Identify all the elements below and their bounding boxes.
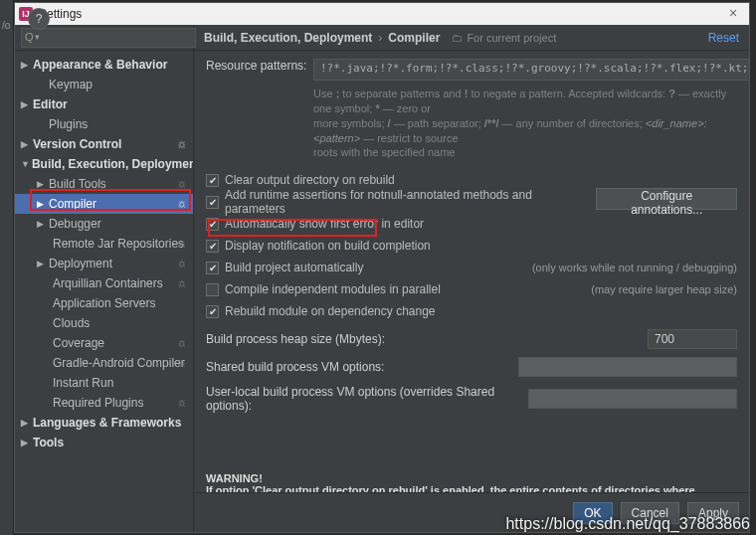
chevron-right-icon: › [378, 31, 382, 45]
tree-tools[interactable]: ▶Tools [15, 433, 193, 452]
chevron-right-icon: ▶ [21, 139, 31, 149]
tree-languages[interactable]: ▶Languages & Frameworks [15, 413, 193, 433]
gear-icon: ⛭ [177, 199, 187, 210]
tree-coverage[interactable]: Coverage⛭ [15, 333, 193, 353]
project-icon: 🗀 [452, 32, 463, 44]
cb-notify-build[interactable]: Display notification on build completion [206, 236, 737, 256]
gear-icon: ⛭ [177, 338, 187, 349]
hidden-left-text: /o [2, 20, 10, 31]
cancel-button[interactable]: Cancel [621, 502, 679, 524]
cb-build-auto[interactable]: Build project automatically(only works w… [206, 258, 737, 277]
chevron-right-icon: ▶ [21, 99, 31, 109]
resource-patterns-label: Resource patterns: [206, 59, 313, 73]
chevron-right-icon: ▶ [21, 418, 31, 428]
chevron-right-icon: ▶ [37, 219, 47, 229]
dialog-button-bar: OK Cancel Apply [194, 492, 749, 532]
cb-rebuild-dep[interactable]: Rebuild module on dependency change [206, 301, 737, 321]
tree-compiler[interactable]: ▶Compiler⛭ [15, 194, 193, 214]
settings-dialog: IJ Settings × Q ▾ ▶Appearance & Behavior… [14, 2, 750, 533]
tree-editor[interactable]: ▶Editor [15, 94, 193, 114]
checkbox-icon[interactable] [206, 240, 219, 253]
tree-instant-run[interactable]: Instant Run [15, 373, 193, 393]
cb-runtime-assertions[interactable]: Add runtime assertions for notnull-annot… [206, 192, 737, 212]
checkbox-icon[interactable] [206, 218, 219, 231]
tree-required-plugins[interactable]: Required Plugins⛭ [15, 393, 193, 413]
chevron-right-icon: ▶ [37, 199, 47, 209]
heap-size-input[interactable] [648, 329, 737, 349]
gear-icon: ⛭ [177, 398, 187, 409]
help-button[interactable]: ? [28, 8, 50, 30]
warning-body: If option 'Clear output directory on reb… [206, 484, 737, 492]
vm-local-label: User-local build process VM options (ove… [206, 385, 528, 413]
chevron-down-icon: ▼ [21, 159, 30, 169]
tree-build-exec-deploy[interactable]: ▼Build, Execution, Deployment [15, 154, 193, 174]
cb-clear-output[interactable]: Clear output directory on rebuild [206, 170, 737, 190]
tree-keymap[interactable]: Keymap [15, 75, 193, 94]
tree-clouds[interactable]: Clouds [15, 313, 193, 333]
breadcrumb: Build, Execution, Deployment › Compiler … [194, 25, 749, 51]
sidebar: Q ▾ ▶Appearance & Behavior Keymap ▶Edito… [15, 25, 194, 532]
checkbox-icon[interactable] [206, 283, 219, 296]
tree-arquillian[interactable]: Arquillian Containers⛭ [15, 273, 193, 293]
vm-shared-input[interactable] [518, 357, 737, 377]
close-icon[interactable]: × [721, 5, 745, 21]
chevron-right-icon: ▶ [21, 438, 31, 447]
tree-build-tools[interactable]: ▶Build Tools⛭ [15, 174, 193, 194]
chevron-right-icon: ▶ [37, 259, 47, 268]
breadcrumb-parent[interactable]: Build, Execution, Deployment [204, 31, 372, 45]
tree-gradle-android[interactable]: Gradle-Android Compiler⛭ [15, 353, 193, 373]
content-area: Resource patterns: !?*.java;!?*.form;!?*… [194, 51, 749, 492]
tree-appearance[interactable]: ▶Appearance & Behavior [15, 55, 193, 75]
reset-link[interactable]: Reset [708, 31, 739, 45]
gear-icon: ⛭ [177, 239, 187, 250]
search-icon: Q [25, 31, 34, 43]
search-dropdown-icon[interactable]: ▾ [35, 32, 40, 42]
vm-shared-label: Shared build process VM options: [206, 360, 384, 374]
warning-block: WARNING! If option 'Clear output directo… [206, 472, 737, 492]
titlebar: IJ Settings × [15, 3, 749, 25]
tree-debugger[interactable]: ▶Debugger [15, 214, 193, 234]
tree-version-control[interactable]: ▶Version Control⛭ [15, 134, 193, 154]
checkbox-icon[interactable] [206, 174, 219, 187]
apply-button[interactable]: Apply [687, 502, 739, 524]
checkbox-icon[interactable] [206, 262, 219, 274]
gear-icon: ⛭ [177, 358, 187, 369]
chevron-right-icon: ▶ [37, 179, 47, 189]
cb-compile-parallel[interactable]: Compile independent modules in parallel(… [206, 279, 737, 299]
for-current-project: For current project [467, 32, 556, 44]
tree-remote-jar[interactable]: Remote Jar Repositories⛭ [15, 234, 193, 254]
gear-icon: ⛭ [177, 139, 187, 150]
vm-local-input[interactable] [528, 389, 737, 409]
tree-deployment[interactable]: ▶Deployment⛭ [15, 254, 193, 273]
checkbox-icon[interactable] [206, 196, 219, 209]
resource-patterns-hint: Use ; to separate patterns and ! to nega… [313, 87, 737, 160]
cb-auto-first-error[interactable]: Automatically show first error in editor [206, 214, 737, 234]
tree-app-servers[interactable]: Application Servers [15, 293, 193, 313]
tree-plugins[interactable]: Plugins [15, 114, 193, 134]
checkbox-icon[interactable] [206, 305, 219, 318]
warning-title: WARNING! [206, 472, 737, 484]
search-input[interactable] [21, 28, 196, 48]
ok-button[interactable]: OK [573, 502, 612, 524]
settings-tree: ▶Appearance & Behavior Keymap ▶Editor Pl… [15, 51, 193, 532]
configure-annotations-button[interactable]: Configure annotations... [596, 188, 737, 210]
heap-size-label: Build process heap size (Mbytes): [206, 332, 385, 346]
resource-patterns-input[interactable]: !?*.java;!?*.form;!?*.class;!?*.groovy;!… [313, 59, 749, 81]
gear-icon: ⛭ [177, 278, 187, 289]
chevron-right-icon: ▶ [21, 60, 31, 70]
gear-icon: ⛭ [177, 259, 187, 269]
gear-icon: ⛭ [177, 179, 187, 190]
breadcrumb-child: Compiler [388, 31, 440, 45]
